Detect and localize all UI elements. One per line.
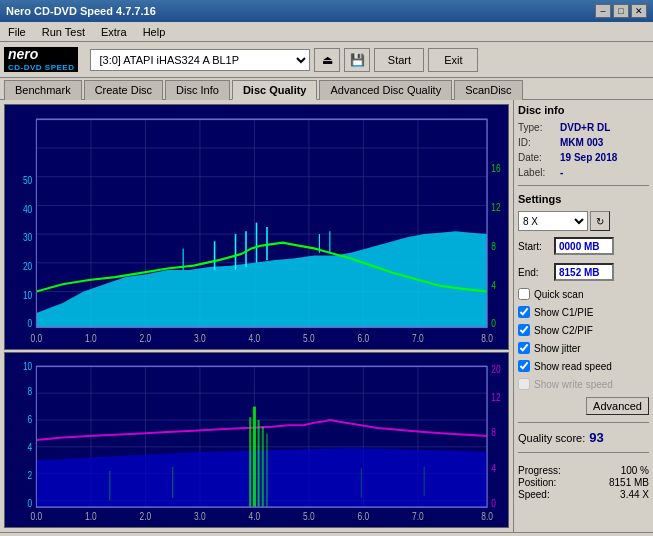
minimize-button[interactable]: – <box>595 4 611 18</box>
window-controls: – □ ✕ <box>595 4 647 18</box>
svg-marker-86 <box>36 448 487 507</box>
svg-text:0.0: 0.0 <box>31 331 43 344</box>
info-panel: Disc info Type: DVD+R DL ID: MKM 003 Dat… <box>513 100 653 532</box>
quality-score-row: Quality score: 93 <box>518 430 649 445</box>
svg-text:3.0: 3.0 <box>194 510 206 522</box>
disc-type-value: DVD+R DL <box>560 122 610 133</box>
svg-text:30: 30 <box>23 231 33 244</box>
tab-create-disc[interactable]: Create Disc <box>84 80 163 100</box>
speed-label: Speed: <box>518 489 550 500</box>
svg-text:2: 2 <box>28 469 33 481</box>
speed-select[interactable]: 8 X <box>518 211 588 231</box>
show-jitter-checkbox[interactable] <box>518 342 530 354</box>
svg-text:8: 8 <box>491 426 496 438</box>
svg-text:8.0: 8.0 <box>481 510 493 522</box>
toolbar: nero CD-DVD SPEED [3:0] ATAPI iHAS324 A … <box>0 42 653 78</box>
svg-text:6.0: 6.0 <box>358 331 370 344</box>
disc-id-label: ID: <box>518 137 556 148</box>
drive-select[interactable]: [3:0] ATAPI iHAS324 A BL1P <box>90 49 310 71</box>
svg-text:6.0: 6.0 <box>358 510 370 522</box>
svg-text:0: 0 <box>491 497 496 509</box>
position-row: Position: 8151 MB <box>518 477 649 488</box>
svg-text:4: 4 <box>491 462 496 474</box>
nero-logo-text: nero <box>4 47 78 62</box>
svg-text:12: 12 <box>491 201 501 214</box>
nero-logo: nero CD-DVD SPEED <box>4 47 78 71</box>
svg-text:0: 0 <box>491 317 496 330</box>
tab-scandisc[interactable]: ScanDisc <box>454 80 522 100</box>
quick-scan-label: Quick scan <box>534 289 583 300</box>
nero-logo-subtitle: CD-DVD SPEED <box>4 63 78 72</box>
svg-text:50: 50 <box>23 174 33 187</box>
menu-help[interactable]: Help <box>139 25 170 39</box>
svg-text:5.0: 5.0 <box>303 510 315 522</box>
menu-file[interactable]: File <box>4 25 30 39</box>
svg-text:8: 8 <box>28 384 33 396</box>
title-bar: Nero CD-DVD Speed 4.7.7.16 – □ ✕ <box>0 0 653 22</box>
refresh-button[interactable]: ↻ <box>590 211 610 231</box>
speed-value: 3.44 X <box>620 489 649 500</box>
position-label: Position: <box>518 477 556 488</box>
quality-score-value: 93 <box>589 430 603 445</box>
show-c2-pif-row: Show C2/PIF <box>518 324 649 336</box>
show-c1pie-checkbox[interactable] <box>518 306 530 318</box>
tab-benchmark[interactable]: Benchmark <box>4 80 82 100</box>
position-value: 8151 MB <box>609 477 649 488</box>
svg-text:20: 20 <box>23 260 33 273</box>
quick-scan-checkbox[interactable] <box>518 288 530 300</box>
progress-value: 100 % <box>621 465 649 476</box>
exit-button[interactable]: Exit <box>428 48 478 72</box>
svg-text:4: 4 <box>28 441 33 453</box>
save-icon[interactable]: 💾 <box>344 48 370 72</box>
disc-label-label: Label: <box>518 167 556 178</box>
menu-run-test[interactable]: Run Test <box>38 25 89 39</box>
show-c2pif-label: Show C2/PIF <box>534 325 593 336</box>
menu-extra[interactable]: Extra <box>97 25 131 39</box>
show-read-speed-row: Show read speed <box>518 360 649 372</box>
show-jitter-label: Show jitter <box>534 343 581 354</box>
start-button[interactable]: Start <box>374 48 424 72</box>
svg-text:6: 6 <box>28 412 33 424</box>
end-input[interactable] <box>554 263 614 281</box>
show-c2pif-checkbox[interactable] <box>518 324 530 336</box>
svg-text:16: 16 <box>491 162 501 175</box>
show-write-speed-row: Show write speed <box>518 378 649 390</box>
disc-type-label: Type: <box>518 122 556 133</box>
svg-text:10: 10 <box>23 288 33 301</box>
advanced-button[interactable]: Advanced <box>586 397 649 415</box>
disc-date-value: 19 Sep 2018 <box>560 152 617 163</box>
divider-2 <box>518 422 649 423</box>
quality-score-label: Quality score: <box>518 432 585 444</box>
disc-id-value: MKM 003 <box>560 137 603 148</box>
svg-text:4: 4 <box>491 278 496 291</box>
svg-text:5.0: 5.0 <box>303 331 315 344</box>
svg-text:0: 0 <box>28 497 33 509</box>
show-read-speed-checkbox[interactable] <box>518 360 530 372</box>
eject-icon[interactable]: ⏏ <box>314 48 340 72</box>
top-chart: 0 10 20 30 40 50 0 4 8 12 16 0.0 1.0 2.0 <box>4 104 509 350</box>
close-button[interactable]: ✕ <box>631 4 647 18</box>
show-c1-pie-row: Show C1/PIE <box>518 306 649 318</box>
tab-advanced-disc-quality[interactable]: Advanced Disc Quality <box>319 80 452 100</box>
menu-bar: File Run Test Extra Help <box>0 22 653 42</box>
svg-text:7.0: 7.0 <box>412 510 424 522</box>
disc-date-row: Date: 19 Sep 2018 <box>518 152 649 163</box>
progress-label: Progress: <box>518 465 561 476</box>
svg-text:2.0: 2.0 <box>140 510 152 522</box>
speed-row: Speed: 3.44 X <box>518 489 649 500</box>
start-input[interactable] <box>554 237 614 255</box>
show-write-speed-checkbox[interactable] <box>518 378 530 390</box>
tab-disc-info[interactable]: Disc Info <box>165 80 230 100</box>
bottom-chart: 0 2 4 6 8 10 0 4 8 12 20 0.0 1.0 2.0 3 <box>4 352 509 528</box>
tab-disc-quality[interactable]: Disc Quality <box>232 80 318 100</box>
window-title: Nero CD-DVD Speed 4.7.7.16 <box>6 5 156 17</box>
maximize-button[interactable]: □ <box>613 4 629 18</box>
svg-text:1.0: 1.0 <box>85 331 97 344</box>
svg-text:10: 10 <box>23 360 32 372</box>
svg-text:8: 8 <box>491 240 496 253</box>
speed-row: 8 X ↻ <box>518 211 649 231</box>
show-write-speed-label: Show write speed <box>534 379 613 390</box>
show-jitter-row: Show jitter <box>518 342 649 354</box>
start-label: Start: <box>518 241 550 252</box>
tab-bar: Benchmark Create Disc Disc Info Disc Qua… <box>0 78 653 100</box>
